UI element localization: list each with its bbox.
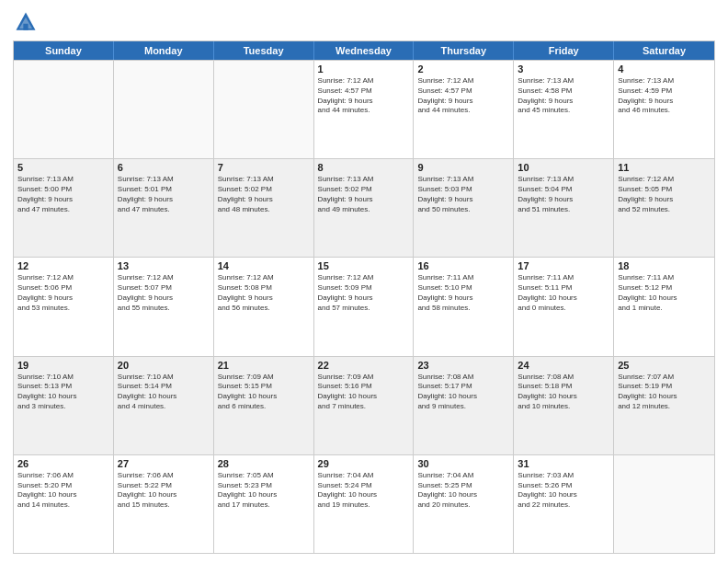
day-number: 22 — [318, 360, 410, 371]
calendar-cell: 4Sunrise: 7:13 AM Sunset: 4:59 PM Daylig… — [614, 61, 714, 158]
day-number: 18 — [618, 260, 711, 271]
calendar-cell: 17Sunrise: 7:11 AM Sunset: 5:11 PM Dayli… — [514, 258, 614, 355]
day-number: 24 — [518, 360, 609, 371]
day-number: 8 — [318, 162, 410, 173]
page: SundayMondayTuesdayWednesdayThursdayFrid… — [0, 0, 728, 563]
cell-info: Sunrise: 7:12 AM Sunset: 5:06 PM Dayligh… — [17, 273, 109, 313]
calendar: SundayMondayTuesdayWednesdayThursdayFrid… — [13, 40, 715, 554]
cell-info: Sunrise: 7:12 AM Sunset: 5:07 PM Dayligh… — [118, 273, 210, 313]
day-header-sunday: Sunday — [14, 41, 114, 60]
calendar-row: 5Sunrise: 7:13 AM Sunset: 5:00 PM Daylig… — [14, 158, 714, 257]
day-number: 4 — [618, 63, 711, 75]
cell-info: Sunrise: 7:08 AM Sunset: 5:17 PM Dayligh… — [417, 373, 509, 412]
logo — [13, 9, 42, 35]
day-number: 25 — [618, 360, 711, 371]
day-number: 16 — [417, 260, 509, 271]
calendar-cell: 14Sunrise: 7:12 AM Sunset: 5:08 PM Dayli… — [214, 258, 314, 355]
day-number: 31 — [518, 458, 609, 469]
day-header-saturday: Saturday — [614, 41, 714, 60]
cell-info: Sunrise: 7:13 AM Sunset: 4:59 PM Dayligh… — [618, 76, 711, 116]
calendar-cell: 1Sunrise: 7:12 AM Sunset: 4:57 PM Daylig… — [314, 61, 415, 158]
cell-info: Sunrise: 7:13 AM Sunset: 5:04 PM Dayligh… — [518, 175, 609, 214]
cell-info: Sunrise: 7:03 AM Sunset: 5:26 PM Dayligh… — [518, 471, 609, 511]
day-number: 13 — [118, 260, 210, 271]
calendar-cell: 25Sunrise: 7:07 AM Sunset: 5:19 PM Dayli… — [614, 357, 714, 454]
calendar-cell: 28Sunrise: 7:05 AM Sunset: 5:23 PM Dayli… — [214, 455, 314, 553]
day-number: 30 — [417, 458, 509, 469]
calendar-cell: 10Sunrise: 7:13 AM Sunset: 5:04 PM Dayli… — [514, 159, 614, 257]
day-number: 1 — [318, 63, 410, 75]
cell-info: Sunrise: 7:13 AM Sunset: 5:03 PM Dayligh… — [417, 175, 509, 214]
day-number: 29 — [318, 458, 410, 469]
day-number: 10 — [518, 162, 609, 173]
cell-info: Sunrise: 7:12 AM Sunset: 4:57 PM Dayligh… — [318, 76, 410, 116]
cell-info: Sunrise: 7:07 AM Sunset: 5:19 PM Dayligh… — [618, 373, 711, 412]
calendar-cell — [614, 455, 714, 553]
cell-info: Sunrise: 7:05 AM Sunset: 5:23 PM Dayligh… — [218, 471, 310, 511]
day-number: 17 — [518, 260, 609, 271]
calendar-cell: 13Sunrise: 7:12 AM Sunset: 5:07 PM Dayli… — [114, 258, 214, 355]
calendar-cell: 18Sunrise: 7:11 AM Sunset: 5:12 PM Dayli… — [614, 258, 714, 355]
cell-info: Sunrise: 7:09 AM Sunset: 5:15 PM Dayligh… — [218, 373, 310, 412]
cell-info: Sunrise: 7:11 AM Sunset: 5:11 PM Dayligh… — [518, 273, 609, 313]
calendar-cell: 27Sunrise: 7:06 AM Sunset: 5:22 PM Dayli… — [114, 455, 214, 553]
day-number: 28 — [218, 458, 310, 469]
cell-info: Sunrise: 7:12 AM Sunset: 5:09 PM Dayligh… — [318, 273, 410, 313]
calendar-cell: 22Sunrise: 7:09 AM Sunset: 5:16 PM Dayli… — [314, 357, 415, 454]
day-number: 7 — [218, 162, 310, 173]
day-number: 27 — [118, 458, 210, 469]
day-number: 2 — [417, 63, 509, 75]
calendar-body: 1Sunrise: 7:12 AM Sunset: 4:57 PM Daylig… — [14, 60, 714, 553]
calendar-cell: 30Sunrise: 7:04 AM Sunset: 5:25 PM Dayli… — [414, 455, 514, 553]
cell-info: Sunrise: 7:13 AM Sunset: 5:01 PM Dayligh… — [118, 175, 210, 214]
cell-info: Sunrise: 7:08 AM Sunset: 5:18 PM Dayligh… — [518, 373, 609, 412]
calendar-cell: 20Sunrise: 7:10 AM Sunset: 5:14 PM Dayli… — [114, 357, 214, 454]
cell-info: Sunrise: 7:11 AM Sunset: 5:10 PM Dayligh… — [417, 273, 509, 313]
calendar-cell: 9Sunrise: 7:13 AM Sunset: 5:03 PM Daylig… — [414, 159, 514, 257]
header — [13, 9, 715, 35]
cell-info: Sunrise: 7:11 AM Sunset: 5:12 PM Dayligh… — [618, 273, 711, 313]
day-number: 14 — [218, 260, 310, 271]
day-header-wednesday: Wednesday — [314, 41, 415, 60]
calendar-cell: 6Sunrise: 7:13 AM Sunset: 5:01 PM Daylig… — [114, 159, 214, 257]
calendar-cell — [114, 61, 214, 158]
day-header-thursday: Thursday — [414, 41, 514, 60]
cell-info: Sunrise: 7:13 AM Sunset: 5:00 PM Dayligh… — [17, 175, 109, 214]
calendar-cell — [214, 61, 314, 158]
calendar-row: 12Sunrise: 7:12 AM Sunset: 5:06 PM Dayli… — [14, 257, 714, 355]
calendar-cell: 23Sunrise: 7:08 AM Sunset: 5:17 PM Dayli… — [414, 357, 514, 454]
calendar-cell: 7Sunrise: 7:13 AM Sunset: 5:02 PM Daylig… — [214, 159, 314, 257]
svg-rect-2 — [23, 24, 28, 30]
calendar-cell: 3Sunrise: 7:13 AM Sunset: 4:58 PM Daylig… — [514, 61, 614, 158]
calendar-row: 1Sunrise: 7:12 AM Sunset: 4:57 PM Daylig… — [14, 60, 714, 158]
day-number: 23 — [417, 360, 509, 371]
calendar-cell: 21Sunrise: 7:09 AM Sunset: 5:15 PM Dayli… — [214, 357, 314, 454]
calendar-cell: 11Sunrise: 7:12 AM Sunset: 5:05 PM Dayli… — [614, 159, 714, 257]
calendar-cell: 19Sunrise: 7:10 AM Sunset: 5:13 PM Dayli… — [14, 357, 114, 454]
day-number: 20 — [118, 360, 210, 371]
cell-info: Sunrise: 7:12 AM Sunset: 5:08 PM Dayligh… — [218, 273, 310, 313]
cell-info: Sunrise: 7:13 AM Sunset: 5:02 PM Dayligh… — [218, 175, 310, 214]
cell-info: Sunrise: 7:10 AM Sunset: 5:13 PM Dayligh… — [17, 373, 109, 412]
cell-info: Sunrise: 7:06 AM Sunset: 5:22 PM Dayligh… — [118, 471, 210, 511]
calendar-cell: 12Sunrise: 7:12 AM Sunset: 5:06 PM Dayli… — [14, 258, 114, 355]
calendar-cell: 15Sunrise: 7:12 AM Sunset: 5:09 PM Dayli… — [314, 258, 415, 355]
cell-info: Sunrise: 7:04 AM Sunset: 5:24 PM Dayligh… — [318, 471, 410, 511]
day-number: 12 — [17, 260, 109, 271]
day-header-friday: Friday — [514, 41, 614, 60]
calendar-cell: 16Sunrise: 7:11 AM Sunset: 5:10 PM Dayli… — [414, 258, 514, 355]
cell-info: Sunrise: 7:13 AM Sunset: 5:02 PM Dayligh… — [318, 175, 410, 214]
calendar-cell: 24Sunrise: 7:08 AM Sunset: 5:18 PM Dayli… — [514, 357, 614, 454]
day-number: 11 — [618, 162, 711, 173]
day-number: 15 — [318, 260, 410, 271]
day-number: 26 — [17, 458, 109, 469]
cell-info: Sunrise: 7:13 AM Sunset: 4:58 PM Dayligh… — [518, 76, 609, 116]
day-number: 6 — [118, 162, 210, 173]
day-header-monday: Monday — [114, 41, 214, 60]
day-number: 5 — [17, 162, 109, 173]
calendar-cell: 5Sunrise: 7:13 AM Sunset: 5:00 PM Daylig… — [14, 159, 114, 257]
cell-info: Sunrise: 7:09 AM Sunset: 5:16 PM Dayligh… — [318, 373, 410, 412]
calendar-cell: 29Sunrise: 7:04 AM Sunset: 5:24 PM Dayli… — [314, 455, 415, 553]
day-number: 9 — [417, 162, 509, 173]
calendar-cell: 31Sunrise: 7:03 AM Sunset: 5:26 PM Dayli… — [514, 455, 614, 553]
